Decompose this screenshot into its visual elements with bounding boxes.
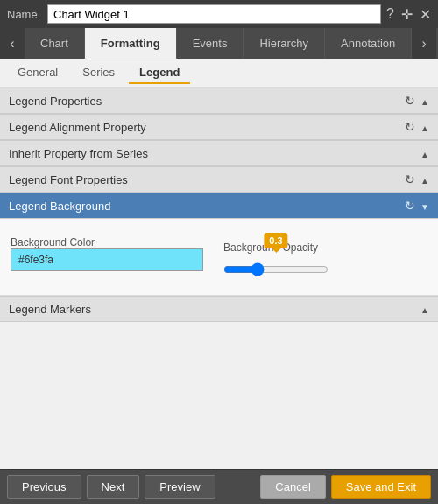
chevron-legend-properties-icon[interactable] (420, 94, 429, 108)
tab-formatting[interactable]: Formatting (85, 28, 177, 59)
slider-wrapper: 0.3 (223, 257, 328, 279)
chevron-legend-alignment-icon[interactable] (420, 120, 429, 134)
help-icon[interactable]: ? (386, 6, 394, 23)
bg-opacity-label: Background Opacity (223, 242, 427, 254)
footer: Previous Next Preview Cancel Save and Ex… (0, 469, 438, 504)
preview-button[interactable]: Preview (145, 475, 215, 499)
section-inherit-property[interactable]: Inherit Property from Series (0, 140, 438, 166)
next-tab-arrow[interactable]: › (412, 28, 436, 59)
name-label: Name (7, 8, 42, 21)
tab-hierarchy[interactable]: Hierarchy (244, 28, 325, 59)
header: Name ? ✛ ✕ (0, 0, 438, 28)
chevron-legend-font-icon[interactable] (420, 172, 429, 186)
cancel-button[interactable]: Cancel (260, 475, 325, 499)
tab-chart[interactable]: Chart (25, 28, 85, 59)
tab-events[interactable]: Events (177, 28, 244, 59)
next-button[interactable]: Next (87, 475, 140, 499)
previous-button[interactable]: Previous (7, 475, 81, 499)
prev-tab-arrow[interactable]: ‹ (0, 28, 25, 59)
section-legend-markers[interactable]: Legend Markers (0, 296, 438, 322)
sub-tabs: General Series Legend (0, 60, 438, 88)
section-legend-properties[interactable]: Legend Properties (0, 88, 438, 114)
refresh-legend-properties-icon[interactable] (405, 94, 415, 108)
chevron-inherit-icon[interactable] (420, 146, 429, 160)
top-tabs: ‹ Chart Formatting Events Hierarchy Anno… (0, 28, 438, 60)
chevron-legend-bg-icon[interactable] (420, 199, 429, 213)
slider-tooltip: 0.3 (264, 233, 287, 248)
close-icon[interactable]: ✕ (420, 6, 431, 23)
section-legend-background[interactable]: Legend Background (0, 192, 438, 219)
header-icons: ? ✛ ✕ (386, 6, 431, 23)
refresh-legend-font-icon[interactable] (405, 172, 415, 186)
title-input[interactable] (47, 4, 381, 24)
refresh-legend-bg-icon[interactable] (405, 199, 415, 213)
bg-color-row: Background Color Background Opacity 0.3 (11, 228, 427, 279)
subtab-general[interactable]: General (7, 62, 68, 84)
opacity-slider[interactable] (223, 262, 328, 276)
refresh-legend-alignment-icon[interactable] (405, 120, 415, 134)
subtab-legend[interactable]: Legend (129, 62, 190, 84)
section-legend-font[interactable]: Legend Font Properties (0, 166, 438, 192)
move-icon[interactable]: ✛ (401, 6, 413, 23)
bg-color-label: Background Color (11, 236, 215, 248)
section-legend-alignment[interactable]: Legend Alignment Property (0, 114, 438, 140)
bg-color-input[interactable] (11, 248, 203, 271)
content-area: Legend Properties Legend Alignment Prope… (0, 88, 438, 469)
legend-background-content: Background Color Background Opacity 0.3 (0, 219, 438, 296)
save-exit-button[interactable]: Save and Exit (331, 475, 431, 499)
subtab-series[interactable]: Series (72, 62, 125, 84)
tab-annotation[interactable]: Annotation (325, 28, 412, 59)
chevron-legend-markers-icon[interactable] (420, 302, 429, 316)
